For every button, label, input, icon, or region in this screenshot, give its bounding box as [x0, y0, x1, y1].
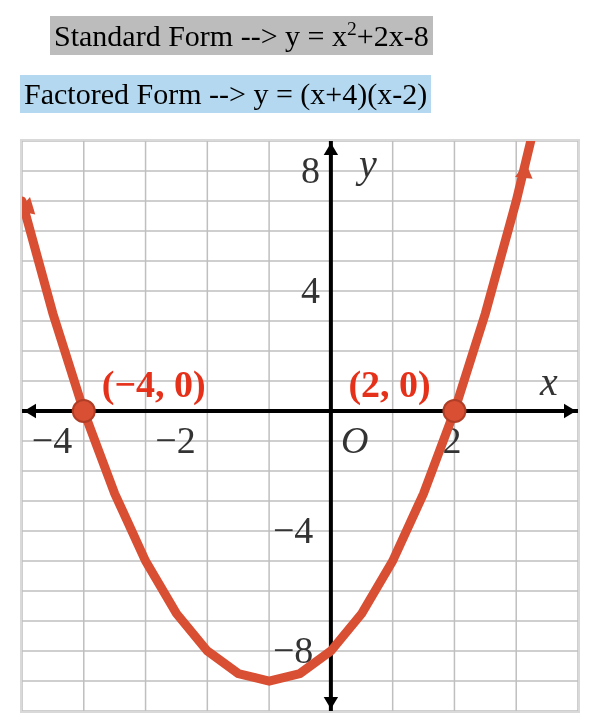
x-axis-label: x [539, 359, 558, 404]
standard-form-equation: Standard Form --> y = x2+2x-8 [50, 16, 433, 55]
y-tick-label: −4 [273, 509, 313, 551]
axis-arrow [324, 697, 338, 709]
root-label: (2, 0) [348, 363, 430, 406]
axis-arrow [24, 404, 36, 418]
y-axis-label: y [355, 141, 377, 186]
y-tick-label: 8 [301, 149, 320, 191]
y-tick-label: 4 [301, 269, 320, 311]
factored-form-equation: Factored Form --> y = (x+4)(x-2) [20, 75, 431, 113]
parabola-graph: −4−22−8−448Oyx(−4, 0)(2, 0) [22, 141, 578, 711]
root-point [443, 400, 465, 422]
factored-form-expr: y = (x+4)(x-2) [253, 77, 427, 110]
factored-form-label: Factored Form --> [24, 77, 246, 110]
standard-form-label: Standard Form --> [54, 19, 278, 52]
root-label: (−4, 0) [102, 363, 206, 406]
axis-arrow [324, 143, 338, 155]
graph-container: −4−22−8−448Oyx(−4, 0)(2, 0) [20, 139, 580, 713]
root-point [73, 400, 95, 422]
origin-label: O [341, 419, 368, 461]
x-tick-label: −4 [32, 419, 72, 461]
x-tick-label: −2 [155, 419, 195, 461]
standard-form-expr: y = x2+2x-8 [285, 19, 429, 52]
axis-arrow [564, 404, 576, 418]
